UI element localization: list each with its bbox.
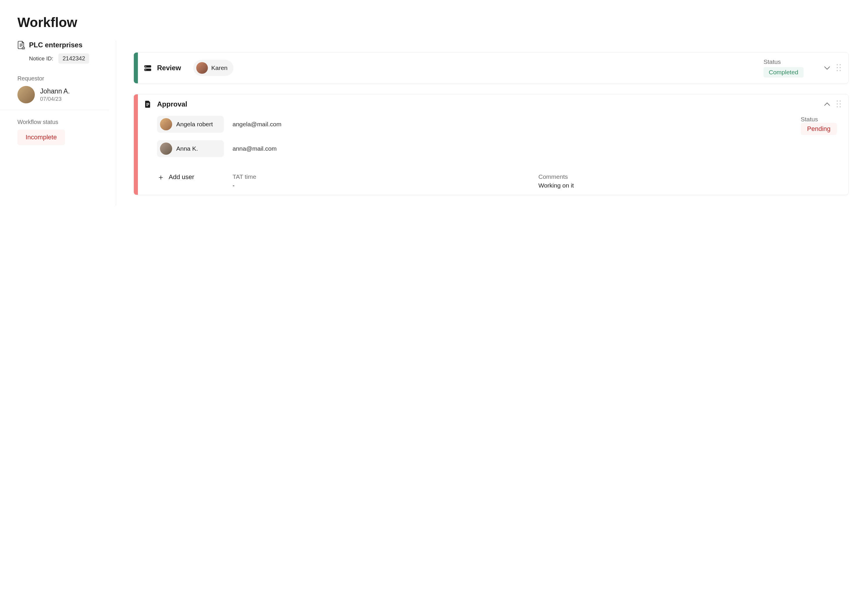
svg-point-3 [145, 66, 146, 67]
approver-email: angela@mail.com [233, 121, 795, 128]
chevron-up-icon[interactable] [824, 102, 830, 106]
notice-id-label: Notice ID: [29, 55, 53, 62]
add-user-button[interactable]: ＋ Add user [157, 173, 229, 181]
approver-row: Angela robert angela@mail.com [157, 116, 795, 133]
review-icon [144, 64, 152, 72]
svg-rect-7 [146, 105, 148, 106]
assignee-chip[interactable]: Karen [193, 60, 233, 76]
accent-bar [134, 53, 138, 83]
step-title: Review [157, 64, 181, 72]
workflow-status-label: Workflow status [17, 119, 109, 126]
approver-chip[interactable]: Angela robert [157, 116, 224, 133]
company-name: PLC enterprises [29, 41, 82, 49]
assignee-name: Karen [211, 64, 228, 71]
drag-handle-icon[interactable] [837, 64, 841, 72]
document-check-icon [17, 41, 25, 49]
avatar [160, 143, 172, 155]
svg-rect-6 [146, 104, 149, 105]
tat-label: TAT time [233, 173, 536, 180]
approver-name: Anna K. [176, 145, 198, 152]
workflow-status-value: Incomplete [17, 129, 65, 145]
svg-rect-5 [146, 103, 149, 104]
status-value: Pending [801, 123, 837, 135]
requestor-date: 07/04/23 [40, 96, 70, 102]
sidebar: PLC enterprises Notice ID: 2142342 Reque… [17, 41, 116, 206]
requestor-row: Johann A. 07/04/23 [0, 86, 109, 110]
step-card-review: Review Karen Status Completed [134, 52, 849, 83]
chevron-down-icon[interactable] [824, 66, 830, 70]
page-title: Workflow [17, 14, 849, 30]
avatar [17, 86, 35, 103]
approver-row: Anna K. anna@mail.com [157, 140, 795, 157]
step-title: Approval [157, 100, 187, 108]
notice-id-value: 2142342 [58, 53, 89, 64]
comments-value: Working on it [539, 182, 842, 189]
approver-chip[interactable]: Anna K. [157, 140, 224, 157]
drag-handle-icon[interactable] [837, 101, 841, 108]
plus-icon: ＋ [157, 173, 165, 181]
comments-label: Comments [539, 173, 842, 180]
status-label: Status [764, 58, 813, 65]
avatar [160, 118, 172, 130]
requestor-name: Johann A. [40, 87, 70, 95]
accent-bar [134, 94, 138, 195]
step-card-approval: Approval [134, 94, 849, 195]
svg-point-4 [145, 69, 146, 70]
add-user-label: Add user [169, 173, 194, 181]
approver-email: anna@mail.com [233, 145, 795, 152]
avatar [196, 62, 208, 74]
approval-icon [144, 100, 152, 108]
status-label: Status [801, 116, 841, 123]
approver-name: Angela robert [176, 121, 213, 128]
tat-value: - [233, 182, 536, 189]
requestor-label: Requestor [17, 75, 109, 82]
status-value: Completed [764, 67, 803, 77]
main-content: Review Karen Status Completed [116, 41, 849, 206]
